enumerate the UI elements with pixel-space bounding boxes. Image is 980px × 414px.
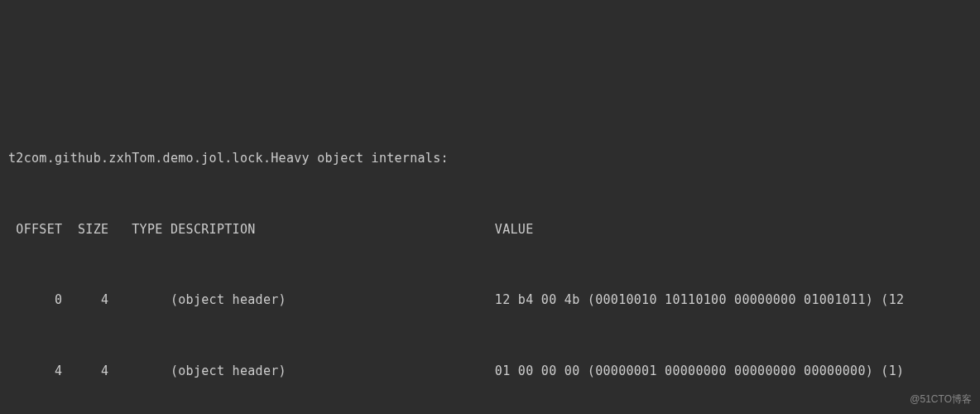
watermark: @51CTO博客	[910, 390, 972, 409]
block-title: t2com.github.zxhTom.demo.jol.lock.Heavy …	[8, 147, 972, 171]
table-row: 0 4 (object header) 12 b4 00 4b (0001001…	[8, 288, 972, 312]
jol-block-t2: t2com.github.zxhTom.demo.jol.lock.Heavy …	[8, 99, 972, 414]
table-header: OFFSET SIZE TYPE DESCRIPTION VALUE	[8, 218, 972, 242]
table-row: 4 4 (object header) 01 00 00 00 (0000000…	[8, 359, 972, 383]
